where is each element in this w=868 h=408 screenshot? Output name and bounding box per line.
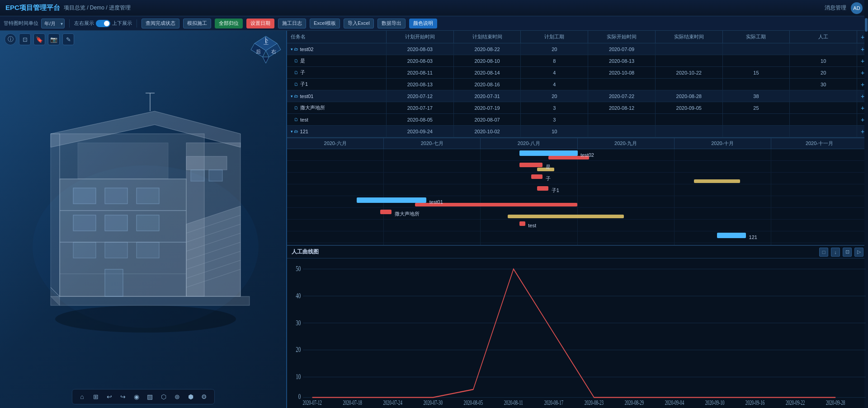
cell-plan-end-zi1: 2020-08-16 [454, 79, 521, 90]
row-cells-test02: 2020-08-03 2020-08-22 20 2020-07-09 [387, 43, 857, 55]
row-name-zuida: 🗋 撒大声地所 [287, 102, 387, 113]
gantt-table-header: 任务名 计划开始时间 计划结束时间 计划工期 实际开始时间 实际结束时间 实际工… [287, 31, 868, 43]
undo-btn[interactable]: ↩ [104, 391, 115, 402]
plan-bar-121[interactable] [717, 233, 746, 238]
gantt-row-shi[interactable]: 🗋 是 2020-08-03 2020-08-10 8 2020-08-13 1… [287, 55, 868, 67]
btn-all-collapse[interactable]: 全部归位 [215, 19, 243, 28]
main-content: ⓘ ⊡ 🔖 📷 ✎ 上 右 后 卜 [0, 31, 868, 408]
chart-zoom-btn[interactable]: ⊡ [843, 248, 852, 257]
measure-btn[interactable]: ⊡ [19, 33, 31, 45]
left-right-label: 左右展示 [74, 20, 94, 27]
timeline-jun: 2020-六月 [287, 138, 384, 149]
btn-work-log[interactable]: 施工日志 [278, 19, 306, 28]
bar-row-zi1: 子1 [287, 184, 868, 196]
btn-color-desc[interactable]: 颜色说明 [409, 19, 437, 28]
edit-btn[interactable]: ✎ [62, 33, 74, 45]
cell-plan-start-zi1: 2020-08-13 [387, 79, 454, 90]
gantt-row-test02[interactable]: ▾ 🗁 test02 2020-08-03 2020-08-22 20 2020… [287, 43, 868, 55]
svg-rect-40 [105, 269, 123, 296]
svg-text:0: 0 [298, 392, 301, 400]
labor-chart-controls: □ ↓ ⊡ ▷ [819, 248, 863, 257]
cell-plan-end-shi: 2020-08-10 [454, 55, 521, 67]
gantt-timeline-header: 2020-六月 2020-七月 2020-八月 2020-九月 2020-十月 … [287, 138, 868, 149]
row-name-zi1: 🗋 子1 [287, 79, 387, 90]
labor-chart-header: 人工曲线图 □ ↓ ⊡ ▷ [287, 246, 868, 258]
cell-labor-zuida [790, 102, 857, 114]
timeline-oct: 2020-十月 [675, 138, 771, 149]
cell-labor-test02 [790, 43, 857, 55]
btn-simulate[interactable]: 模拟施工 [183, 19, 211, 28]
svg-rect-25 [191, 170, 204, 181]
cell-plan-dur-test: 3 [521, 114, 588, 126]
time-unit-select[interactable]: 年/月 月/日 周/日 [41, 19, 65, 28]
message-btn[interactable]: 消息管理 [825, 4, 846, 12]
v-scrollbar-thumb[interactable] [865, 31, 868, 32]
cell-actual-end-121 [656, 126, 723, 137]
user-avatar[interactable]: AD [851, 2, 863, 14]
row-name-test: 🗋 test [287, 114, 387, 125]
btn-set-date[interactable]: 设置日期 [246, 19, 274, 28]
plan-bar-test02[interactable] [519, 150, 578, 156]
svg-text:2020-08-29: 2020-08-29 [625, 399, 644, 406]
col-plan-duration: 计划工期 [521, 31, 588, 43]
plan-bar-zi1[interactable] [537, 186, 549, 191]
chart-expand-btn[interactable]: □ [819, 248, 828, 257]
plan-bar-zi[interactable] [531, 174, 543, 179]
settings-btn[interactable]: ⚙ [199, 391, 210, 402]
gantt-row-zuida[interactable]: 🗋 撒大声地所 2020-07-17 2020-07-19 3 2020-08-… [287, 102, 868, 114]
row-icon-shi: 🗋 [294, 59, 298, 63]
svg-rect-17 [137, 188, 159, 204]
layers-btn[interactable]: ▨ [145, 391, 156, 402]
gantt-row-test[interactable]: 🗋 test 2020-08-05 2020-08-07 3 + [287, 114, 868, 126]
row-cells-zuida: 2020-07-17 2020-07-19 3 2020-08-12 2020-… [387, 102, 857, 114]
gantt-row-test01[interactable]: ▾ 🗁 test01 2020-07-12 2020-07-31 20 2020… [287, 90, 868, 102]
plan-bar-zuida[interactable] [380, 210, 392, 214]
bar-label-test: test [528, 223, 536, 228]
btn-export-data[interactable]: 数据导出 [377, 19, 406, 28]
screenshot-btn[interactable]: 📷 [48, 33, 60, 45]
model-btn[interactable]: ⬢ [185, 391, 196, 402]
btn-check-status[interactable]: 查阅完成状态 [142, 19, 179, 28]
left-right-toggle: 左右展示 上下展示 [74, 20, 132, 27]
bar-row-zuida: 撒大声地所 [287, 208, 868, 220]
svg-text:2020-09-10: 2020-09-10 [705, 399, 724, 406]
home-btn[interactable]: ⌂ [77, 391, 88, 402]
actual-bar-zuida[interactable] [508, 215, 624, 218]
svg-rect-16 [105, 188, 127, 204]
btn-excel-template[interactable]: Excel模板 [310, 19, 340, 28]
actual-bar-zi[interactable] [694, 179, 741, 183]
grid-btn[interactable]: ⊞ [90, 391, 101, 402]
cell-plan-end-test02: 2020-08-22 [454, 43, 521, 55]
svg-rect-20 [137, 215, 159, 231]
explode-btn[interactable]: ⬡ [158, 391, 169, 402]
gantt-row-zi[interactable]: 🗋 子 2020-08-11 2020-08-14 4 2020-10-08 2… [287, 67, 868, 79]
bar-label-zi: 子 [546, 175, 551, 182]
btn-import-excel[interactable]: 导入Excel [344, 19, 374, 28]
chart-download-btn[interactable]: ↓ [831, 248, 840, 257]
view-toolbar: ⓘ ⊡ 🔖 📷 ✎ [5, 33, 74, 45]
section-btn[interactable]: ⊛ [172, 391, 183, 402]
cell-actual-dur-zuida: 25 [723, 102, 790, 114]
chart-play-btn[interactable]: ▷ [854, 248, 863, 257]
building-model [9, 58, 282, 381]
cell-plan-start-zuida: 2020-07-17 [387, 102, 454, 114]
cell-plan-end-test01: 2020-07-31 [454, 90, 521, 102]
cell-actual-start-zuida: 2020-08-12 [588, 102, 656, 114]
plan-bar-test[interactable] [519, 221, 525, 226]
toggle-switch-lr[interactable] [96, 20, 110, 27]
plan-bar-shi[interactable] [519, 163, 542, 167]
row-cells-shi: 2020-08-03 2020-08-10 8 2020-08-13 10 [387, 55, 857, 67]
info-btn[interactable]: ⓘ [5, 33, 16, 45]
col-labor: 人工 [790, 31, 857, 43]
bookmark-btn[interactable]: 🔖 [33, 33, 45, 45]
cell-labor-121 [790, 126, 857, 137]
bar-label-shi: 是 [546, 163, 551, 170]
svg-text:2020-09-28: 2020-09-28 [826, 399, 845, 406]
gantt-row-121[interactable]: ▾ 🗁 121 2020-09-24 2020-10-02 10 + [287, 126, 868, 137]
redo-btn[interactable]: ↪ [118, 391, 128, 402]
plan-bar-test01[interactable] [357, 197, 426, 203]
cell-actual-dur-121 [723, 126, 790, 137]
gantt-row-zi1[interactable]: 🗋 子1 2020-08-13 2020-08-16 4 30 + [287, 79, 868, 90]
eye-btn[interactable]: ◉ [131, 391, 142, 402]
bottom-toolbar: ⌂ ⊞ ↩ ↪ ◉ ▨ ⬡ ⊛ ⬢ ⚙ [72, 389, 215, 404]
